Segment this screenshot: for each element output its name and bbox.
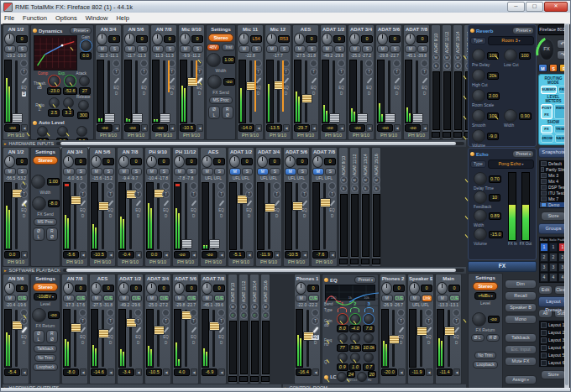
group-cell[interactable]: 4 (558, 273, 564, 282)
eq-indicator[interactable]: EQ (246, 208, 252, 213)
fx-return-knob[interactable]: -oo (32, 308, 60, 322)
no-trim-button[interactable]: No Trim (34, 354, 56, 362)
trim-icon[interactable]: T (425, 317, 432, 325)
trim-icon[interactable]: T (328, 191, 336, 198)
redo-icon[interactable]: ↷ (557, 50, 564, 60)
solo-cue-button[interactable]: Link (422, 295, 433, 302)
layout-presets-header[interactable]: Layout Presets (538, 296, 564, 307)
loopback-button[interactable]: Loopback (473, 361, 498, 368)
pan-knob[interactable] (180, 33, 191, 45)
dynamics-indicator[interactable]: D (220, 214, 223, 219)
fader[interactable] (330, 60, 337, 123)
fader[interactable] (417, 309, 424, 368)
channel-name[interactable]: Mic 12 (266, 26, 290, 33)
solo-cue-button[interactable]: C (240, 311, 248, 319)
mute-button[interactable]: M (437, 295, 448, 302)
wrench-icon[interactable] (394, 77, 400, 83)
eq-indicator[interactable]: EQ (80, 208, 86, 213)
lc-slope-knob[interactable] (337, 372, 347, 382)
eq-indicator[interactable]: EQ (163, 335, 169, 340)
eq-indicator[interactable]: EQ (422, 86, 427, 91)
output-assign[interactable]: PH 9/10 (152, 132, 175, 139)
channel-name[interactable]: AN 5/6 (124, 26, 148, 33)
trim-icon[interactable]: T (273, 191, 280, 198)
width-knob[interactable]: 1.00 (207, 53, 235, 67)
pan-indicator-icon[interactable] (310, 60, 317, 67)
solo-cue-button[interactable]: CUE (76, 295, 87, 302)
pan-knob[interactable] (377, 33, 388, 45)
stereo-button[interactable]: Stereo (473, 282, 497, 290)
ref-level-dropdown[interactable]: +4dBu (474, 292, 496, 300)
trim-icon[interactable]: T (190, 191, 197, 198)
pan-knob[interactable] (152, 33, 163, 45)
fader[interactable] (413, 60, 420, 123)
solo-cue-button[interactable]: S (17, 168, 29, 175)
solo-cue-button[interactable]: S (242, 168, 254, 175)
solo-cue-button[interactable]: S (432, 62, 440, 70)
free-button[interactable]: FREE (558, 86, 564, 94)
solo-cue-button[interactable]: S (351, 185, 359, 192)
pan-indicator-icon[interactable] (162, 309, 170, 316)
eq-indicator[interactable]: EQ (301, 208, 307, 213)
trim-icon[interactable]: T (312, 317, 319, 325)
pan-knob[interactable] (322, 33, 333, 45)
mute-button[interactable]: M (4, 295, 16, 302)
wrench-icon[interactable] (301, 200, 307, 206)
wrench-icon[interactable] (191, 327, 196, 332)
solo-cue-button[interactable]: S (279, 45, 291, 53)
channel-name[interactable]: AN 3/4 (63, 149, 86, 155)
pan-knob[interactable] (91, 282, 102, 295)
pan-indicator-icon[interactable] (134, 309, 142, 316)
channel-name[interactable]: Phones 1 (296, 275, 319, 282)
pan-knob[interactable] (437, 282, 448, 295)
channel-name[interactable]: AN 5/6 (91, 149, 114, 155)
solo-cue-button[interactable]: S (270, 168, 281, 175)
eq-indicator[interactable]: EQ (218, 208, 224, 213)
phase-right-button[interactable]: R Ø (222, 106, 233, 119)
dynamics-indicator[interactable]: D (137, 214, 139, 219)
pan-knob[interactable] (296, 282, 306, 295)
expand-arrow-button[interactable]: ◀ (196, 124, 203, 132)
wrench-icon[interactable] (329, 200, 335, 206)
dynamics-indicator[interactable]: D (340, 91, 343, 97)
maximize-button[interactable] (526, 2, 543, 12)
solo-cue-button[interactable]: S (109, 45, 121, 53)
output-assign[interactable]: PH 9/10 (285, 259, 308, 265)
layout-preset-item[interactable]: Layout 5 (540, 352, 564, 358)
trim-icon[interactable]: T (20, 317, 28, 325)
mute-button[interactable]: M (251, 303, 259, 311)
expand-arrow-button[interactable]: ◀ (80, 251, 86, 259)
trim-icon[interactable]: T (301, 191, 308, 198)
output-assign[interactable]: PH 9/10 (322, 132, 345, 139)
dynamics-indicator[interactable]: D (81, 214, 84, 219)
eq-indicator[interactable]: EQ (191, 208, 196, 213)
trim-icon[interactable]: T (20, 68, 28, 76)
wrench-icon[interactable] (311, 77, 317, 83)
trim-icon[interactable]: T (217, 191, 225, 198)
output-assign[interactable]: PH 9/10 (4, 132, 28, 139)
pan-indicator-icon[interactable] (338, 60, 345, 67)
eq-indicator[interactable]: EQ (283, 86, 289, 91)
trim-icon[interactable]: T (245, 191, 253, 198)
expand-arrow-button[interactable]: ◀ (218, 368, 225, 376)
eq-indicator[interactable]: EQ (107, 208, 113, 213)
master-mute-button[interactable]: M (538, 64, 547, 72)
channel-name[interactable]: AES (202, 149, 225, 155)
dynamics-indicator[interactable]: D (170, 91, 173, 97)
trim-icon[interactable]: T (134, 317, 142, 325)
hardware-inputs-bar[interactable]: HARDWARE INPUTS (3, 140, 466, 147)
expand-arrow-button[interactable]: ◀ (274, 251, 280, 259)
dynamics-indicator[interactable]: D (312, 91, 315, 97)
expand-arrow-button[interactable]: ◀ (426, 368, 432, 376)
trim-icon[interactable]: T (107, 317, 114, 325)
wrench-icon[interactable] (338, 77, 344, 83)
solo-cue-button[interactable]: S (131, 168, 143, 175)
eq-indicator[interactable]: EQ (21, 208, 27, 213)
pan-knob[interactable] (257, 155, 268, 168)
band-3-q-knob[interactable]: 0.7 (362, 353, 376, 371)
layout-store-button[interactable]: Store (541, 370, 564, 379)
fader[interactable] (155, 182, 161, 250)
pan-knob[interactable] (4, 33, 15, 45)
channel-name[interactable]: ADAT 5/6 (285, 149, 308, 155)
output-assign[interactable]: PH 9/10 (294, 132, 317, 139)
